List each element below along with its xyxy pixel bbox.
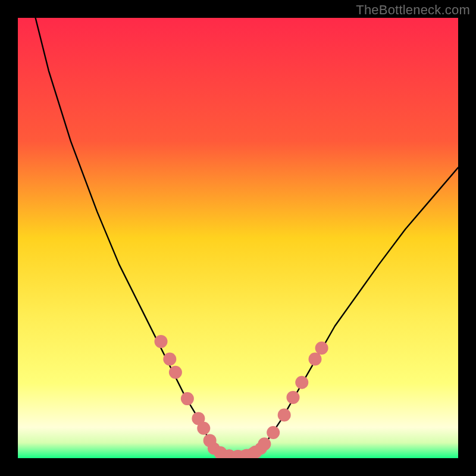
- curve-marker: [295, 376, 308, 389]
- curve-marker: [163, 353, 176, 366]
- curve-marker: [258, 437, 271, 450]
- curve-marker: [315, 342, 328, 355]
- bottleneck-chart: [0, 0, 476, 476]
- plot-background: [18, 18, 458, 458]
- curve-marker: [287, 391, 300, 404]
- curve-marker: [197, 422, 210, 435]
- chart-container: TheBottleneck.com: [0, 0, 476, 476]
- curve-marker: [267, 426, 280, 439]
- curve-marker: [309, 353, 322, 366]
- curve-marker: [155, 335, 168, 348]
- curve-marker: [278, 408, 291, 421]
- curve-marker: [203, 434, 217, 447]
- curve-marker: [169, 366, 182, 379]
- curve-marker: [181, 392, 194, 405]
